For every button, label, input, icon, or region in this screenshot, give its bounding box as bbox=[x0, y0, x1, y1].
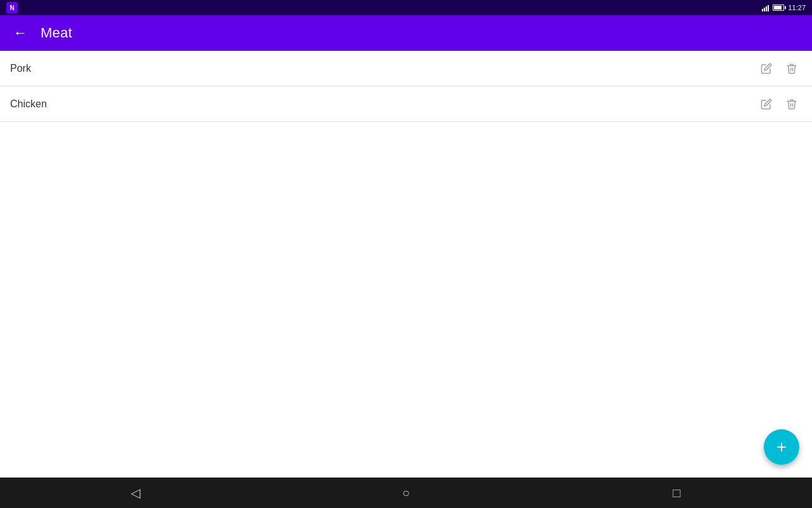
nav-home-button[interactable]: ○ bbox=[387, 480, 425, 505]
add-item-fab[interactable]: + bbox=[764, 429, 799, 465]
nav-recents-button[interactable]: □ bbox=[658, 480, 696, 505]
list-item: Pork bbox=[0, 51, 812, 86]
back-arrow-icon: ← bbox=[13, 25, 27, 41]
status-bar-left: N bbox=[6, 2, 18, 13]
items-list: Pork Chicken bbox=[0, 51, 812, 122]
list-item-text: Chicken bbox=[10, 98, 756, 110]
page-title: Meat bbox=[41, 25, 72, 41]
app-icon: N bbox=[6, 2, 18, 13]
status-bar: N 11:27 bbox=[0, 0, 812, 15]
nav-home-icon: ○ bbox=[402, 486, 410, 500]
list-item-text: Pork bbox=[10, 63, 756, 74]
delete-button[interactable] bbox=[782, 94, 802, 114]
nav-bar: ◁ ○ □ bbox=[0, 478, 812, 508]
nav-back-icon: ◁ bbox=[131, 485, 140, 500]
list-item-actions bbox=[756, 58, 802, 79]
signal-icon bbox=[762, 4, 769, 11]
list-item-actions bbox=[756, 94, 802, 114]
edit-button[interactable] bbox=[756, 94, 776, 114]
status-time: 11:27 bbox=[788, 4, 806, 11]
nav-back-button[interactable]: ◁ bbox=[116, 480, 154, 505]
app-bar: ← Meat bbox=[0, 15, 812, 51]
battery-icon bbox=[773, 4, 784, 11]
status-bar-right: 11:27 bbox=[762, 4, 806, 11]
nav-recents-icon: □ bbox=[673, 486, 681, 500]
content-area: Pork Chicken + bbox=[0, 51, 812, 478]
delete-button[interactable] bbox=[782, 58, 802, 79]
list-item: Chicken bbox=[0, 86, 812, 122]
back-button[interactable]: ← bbox=[10, 23, 30, 43]
edit-button[interactable] bbox=[756, 58, 776, 79]
